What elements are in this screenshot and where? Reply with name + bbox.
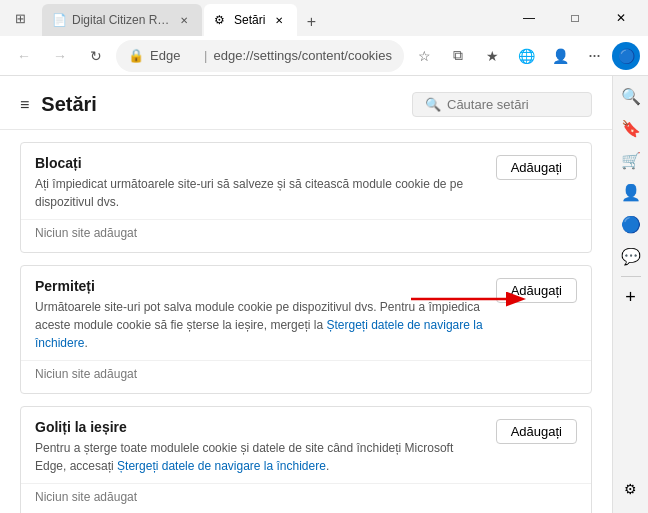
- section-goliti-desc: Pentru a șterge toate modulele cookie și…: [35, 439, 484, 475]
- address-bar[interactable]: 🔒 Edge | edge://settings/content/cookies: [116, 40, 404, 72]
- section-permiteti-title: Permiteți: [35, 278, 484, 294]
- settings-header: ≡ Setări 🔍: [0, 76, 612, 130]
- address-path: edge://settings/content/cookies: [213, 48, 392, 63]
- browser-icon[interactable]: 🌐: [510, 40, 542, 72]
- minimize-button[interactable]: —: [506, 2, 552, 34]
- section-permiteti-header: Permiteți Următoarele site-uri pot salva…: [21, 266, 591, 360]
- settings-container: ≡ Setări 🔍 Blocați Ați împiedicat următo…: [0, 76, 612, 513]
- tab1-close[interactable]: ✕: [176, 12, 192, 28]
- hamburger-icon[interactable]: ≡: [20, 96, 29, 114]
- settings-title-area: ≡ Setări: [20, 93, 97, 116]
- search-input[interactable]: [447, 97, 577, 112]
- section-blocati-header: Blocați Ați împiedicat următoarele site-…: [21, 143, 591, 219]
- section-permiteti-desc: Următoarele site-uri pot salva module co…: [35, 298, 484, 352]
- main-layout: ≡ Setări 🔍 Blocați Ați împiedicat următo…: [0, 76, 648, 513]
- goliti-empty-label: Niciun site adăugat: [21, 483, 591, 513]
- section-goliti: Goliți la ieșire Pentru a șterge toate m…: [20, 406, 592, 513]
- forward-button[interactable]: →: [44, 40, 76, 72]
- permiteti-add-button[interactable]: Adăugați: [496, 278, 577, 303]
- section-permiteti-content: Permiteți Următoarele site-uri pot salva…: [35, 278, 484, 352]
- new-tab-button[interactable]: +: [297, 8, 325, 36]
- section-goliti-title: Goliți la ieșire: [35, 419, 484, 435]
- tab-digital-citizen[interactable]: 📄 Digital Citizen România - Viața î... ✕: [42, 4, 202, 36]
- split-icon[interactable]: ⧉: [442, 40, 474, 72]
- tab1-favicon: 📄: [52, 13, 66, 27]
- edge-profile-icon[interactable]: 🔵: [612, 42, 640, 70]
- edge-label: Edge: [150, 48, 198, 63]
- section-blocati-content: Blocați Ați împiedicat următoarele site-…: [35, 155, 484, 211]
- window-controls: — □ ✕: [506, 2, 644, 34]
- section-goliti-header: Goliți la ieșire Pentru a șterge toate m…: [21, 407, 591, 483]
- tab2-label: Setări: [234, 13, 265, 27]
- settings-title: Setări: [41, 93, 97, 116]
- section-blocati-desc: Ați împiedicat următoarele site-uri să s…: [35, 175, 484, 211]
- favorites-icon[interactable]: ☆: [408, 40, 440, 72]
- sidebar-profile-icon[interactable]: 👤: [617, 178, 645, 206]
- blocati-empty-label: Niciun site adăugat: [21, 219, 591, 252]
- more-button[interactable]: ···: [578, 40, 610, 72]
- goliti-add-button[interactable]: Adăugați: [496, 419, 577, 444]
- tab-group: 📄 Digital Citizen România - Viața î... ✕…: [42, 0, 325, 36]
- tab1-label: Digital Citizen România - Viața î...: [72, 13, 170, 27]
- back-button[interactable]: ←: [8, 40, 40, 72]
- section-permiteti: Permiteți Următoarele site-uri pot salva…: [20, 265, 592, 394]
- sidebar-search-icon[interactable]: 🔍: [617, 82, 645, 110]
- tab2-close[interactable]: ✕: [271, 12, 287, 28]
- sidebar-bookmark-icon[interactable]: 🔖: [617, 114, 645, 142]
- browser-sidebar: 🔍 🔖 🛒 👤 🔵 💬 + ⚙: [612, 76, 648, 513]
- sidebar-add-button[interactable]: +: [617, 283, 645, 311]
- navbar: ← → ↻ 🔒 Edge | edge://settings/content/c…: [0, 36, 648, 76]
- address-separator: |: [204, 48, 207, 63]
- maximize-button[interactable]: □: [552, 2, 598, 34]
- search-icon: 🔍: [425, 97, 441, 112]
- permiteti-empty-label: Niciun site adăugat: [21, 360, 591, 393]
- sidebar-shopping-icon[interactable]: 🛒: [617, 146, 645, 174]
- sidebar-edge-icon[interactable]: 🔵: [617, 210, 645, 238]
- section-blocati-title: Blocați: [35, 155, 484, 171]
- sidebar-divider: [621, 276, 641, 277]
- search-box[interactable]: 🔍: [412, 92, 592, 117]
- lock-icon: 🔒: [128, 48, 144, 63]
- blocati-add-button[interactable]: Adăugați: [496, 155, 577, 180]
- section-goliti-link[interactable]: Ștergeți datele de navigare la închidere: [117, 459, 326, 473]
- grid-icon[interactable]: ⊞: [4, 2, 36, 34]
- sections-area: Blocați Ați împiedicat următoarele site-…: [0, 130, 612, 513]
- close-button[interactable]: ✕: [598, 2, 644, 34]
- titlebar-left: ⊞ 📄 Digital Citizen România - Viața î...…: [4, 0, 506, 36]
- sidebar-chat-icon[interactable]: 💬: [617, 242, 645, 270]
- sidebar-settings-icon[interactable]: ⚙: [617, 475, 645, 503]
- bookmark-icon[interactable]: ★: [476, 40, 508, 72]
- tab-settings[interactable]: ⚙ Setări ✕: [204, 4, 297, 36]
- section-permiteti-desc-after: .: [84, 336, 87, 350]
- navbar-right-icons: ☆ ⧉ ★ 🌐 👤 ··· 🔵: [408, 40, 640, 72]
- section-goliti-desc-after: .: [326, 459, 329, 473]
- section-blocati: Blocați Ați împiedicat următoarele site-…: [20, 142, 592, 253]
- section-goliti-content: Goliți la ieșire Pentru a șterge toate m…: [35, 419, 484, 475]
- titlebar: ⊞ 📄 Digital Citizen România - Viața î...…: [0, 0, 648, 36]
- tab2-favicon: ⚙: [214, 13, 228, 27]
- profile-icon[interactable]: 👤: [544, 40, 576, 72]
- refresh-button[interactable]: ↻: [80, 40, 112, 72]
